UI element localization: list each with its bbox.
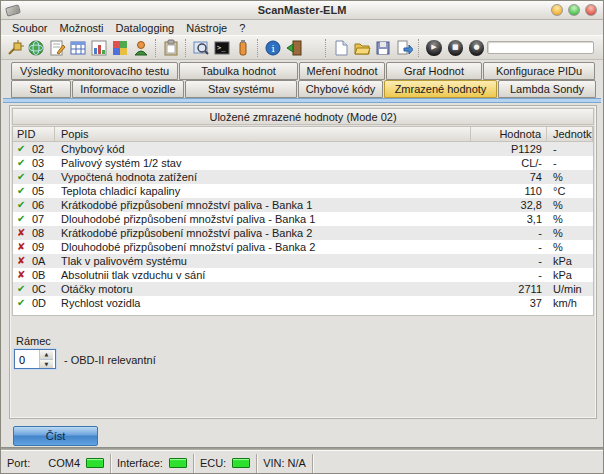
table-row[interactable]: 06 Krátkodobé přizpůsobení množství pali… (13, 198, 593, 212)
row-popis: Teplota chladicí kapaliny (55, 184, 471, 198)
ecu-led (232, 458, 250, 468)
tab-stav-systemu[interactable]: Stav systému (185, 80, 297, 98)
col-header-jednotky[interactable]: Jednotky (547, 127, 593, 141)
tab-tabulka-hodnot[interactable]: Tabulka hodnot (179, 62, 298, 80)
table-icon[interactable] (68, 37, 89, 58)
new-file-icon[interactable] (331, 37, 352, 58)
tab-strip: Výsledky monitorovacího testu Tabulka ho… (11, 62, 597, 98)
exit-icon[interactable] (284, 37, 305, 58)
search-icon[interactable] (191, 37, 212, 58)
port-label: Port: (7, 457, 30, 469)
row-pid: 08 (30, 226, 44, 240)
tab-chybove-kody[interactable]: Chybové kódy (298, 80, 383, 98)
table-row[interactable]: 0B Absolutnii tlak vzduchu v sání - kPa (13, 268, 593, 282)
read-button[interactable]: Číst (13, 426, 98, 446)
status-ecu-segment: ECU: (194, 454, 257, 473)
spin-down-button[interactable]: ▼ (40, 359, 53, 369)
globe-icon[interactable] (26, 37, 47, 58)
minimize-button[interactable] (551, 4, 563, 16)
info-icon[interactable]: i (263, 37, 284, 58)
status-port-segment: Port: COM4 (1, 454, 111, 473)
play-icon[interactable]: ▶ (426, 40, 441, 56)
row-hodnota: - (471, 254, 547, 268)
table-row[interactable]: 05 Teplota chladicí kapaliny 110 °C (13, 184, 593, 198)
row-popis: Dlouhodobé přizpůsobení množství paliva … (55, 212, 471, 226)
toolbar-separator (257, 39, 260, 57)
row-hodnota: 37 (471, 296, 547, 310)
row-pid: 03 (30, 156, 44, 170)
record-icon[interactable]: ● (469, 40, 484, 56)
maximize-button[interactable] (568, 4, 580, 16)
user-icon[interactable] (131, 37, 152, 58)
save-icon[interactable] (373, 37, 394, 58)
col-header-pid[interactable]: PID (13, 127, 55, 141)
row-hodnota: - (471, 226, 547, 240)
battery-icon[interactable] (233, 37, 254, 58)
title-bar[interactable]: ScanMaster-ELM (1, 1, 603, 20)
tab-mereni-hodnot[interactable]: Meření hodnot (299, 62, 385, 80)
tab-start[interactable]: Start (11, 80, 71, 98)
open-icon[interactable] (352, 37, 373, 58)
row-status-icon (17, 226, 30, 240)
row-jednotky: % (547, 198, 593, 212)
row-popis: Otáčky motoru (55, 282, 471, 296)
toolbar-separator (418, 39, 421, 57)
export-icon[interactable] (394, 37, 415, 58)
table-row[interactable]: 03 Palivový systém 1/2 stav CL/- - (13, 156, 593, 170)
row-status-icon (17, 156, 30, 170)
row-popis: Rychlost vozidla (55, 296, 471, 310)
app-window: ScanMaster-ELM SouborMožnostiDatalogging… (0, 0, 604, 474)
terminal-icon[interactable]: >_ (212, 37, 233, 58)
spin-up-button[interactable]: ▲ (40, 350, 53, 359)
interface-led (169, 458, 187, 468)
col-header-popis[interactable]: Popis (55, 127, 471, 141)
status-interface-segment: Interface: (111, 454, 194, 473)
display-icon[interactable] (110, 37, 131, 58)
table-row[interactable]: 0C Otáčky motoru 2711 U/min (13, 282, 593, 296)
row-hodnota: CL/- (471, 156, 547, 170)
row-pid: 02 (30, 142, 44, 156)
close-button[interactable] (585, 4, 597, 16)
tab-informace-o-vozidle[interactable]: Informace o vozidle (72, 80, 184, 98)
table-header-row: PID Popis Hodnota Jednotky (13, 127, 593, 142)
table-row[interactable]: 07 Dlouhodobé přizpůsobení množství pali… (13, 212, 593, 226)
tab-graf-hodnot[interactable]: Graf Hodnot (386, 62, 482, 80)
port-value: COM4 (48, 457, 80, 469)
progress-bar (487, 41, 594, 54)
report-icon[interactable] (47, 37, 68, 58)
tab-vysledky-testu[interactable]: Výsledky monitorovacího testu (11, 62, 178, 80)
table-row[interactable]: 08 Krátkodobé přizpůsobení množství pali… (13, 226, 593, 240)
table-row[interactable]: 09 Dlouhodobé přizpůsobení množství pali… (13, 240, 593, 254)
tab-row-upper: Výsledky monitorovacího testu Tabulka ho… (11, 62, 597, 80)
table-row[interactable]: 02 Chybový kód P1129 - (13, 142, 593, 156)
frame-spinner-value[interactable] (15, 350, 39, 368)
svg-text:>_: >_ (217, 44, 226, 52)
menu-bar: SouborMožnostiDataloggingNástroje? (1, 20, 603, 35)
menu-item[interactable]: Možnosti (53, 22, 109, 34)
menu-item[interactable]: Nástroje (180, 22, 233, 34)
tab-zmrazene-hodnoty[interactable]: Zmrazené hodnoty (384, 80, 497, 98)
chart-icon[interactable] (89, 37, 110, 58)
row-jednotky: km/h (547, 296, 593, 310)
stop-icon[interactable]: ■ (448, 40, 463, 56)
connect-icon[interactable] (5, 37, 26, 58)
menu-item[interactable]: Soubor (6, 22, 53, 34)
interface-label: Interface: (117, 457, 163, 469)
row-jednotky: % (547, 240, 593, 254)
menu-item[interactable]: ? (233, 22, 251, 34)
table-row[interactable]: 0A Tlak v palivovém systému - kPa (13, 254, 593, 268)
row-jednotky: - (547, 156, 593, 170)
frame-spinner[interactable]: ▲ ▼ (14, 349, 56, 369)
table-row[interactable]: 0D Rychlost vozidla 37 km/h (13, 296, 593, 310)
row-popis: Krátkodobé přizpůsobení množství paliva … (55, 226, 471, 240)
tab-lambda-sondy[interactable]: Lambda Sondy (498, 80, 596, 98)
tab-konfigurace-pidu[interactable]: Konfigurace PIDu (483, 62, 595, 80)
row-pid: 06 (30, 198, 44, 212)
row-popis: Chybový kód (55, 142, 471, 156)
menu-item[interactable]: Datalogging (110, 22, 181, 34)
row-jednotky: kPa (547, 268, 593, 282)
table-row[interactable]: 04 Vypočtená hodnota zatížení 74 % (13, 170, 593, 184)
clipboard-icon[interactable] (161, 37, 182, 58)
row-status-icon (17, 142, 30, 156)
col-header-hodnota[interactable]: Hodnota (471, 127, 547, 141)
